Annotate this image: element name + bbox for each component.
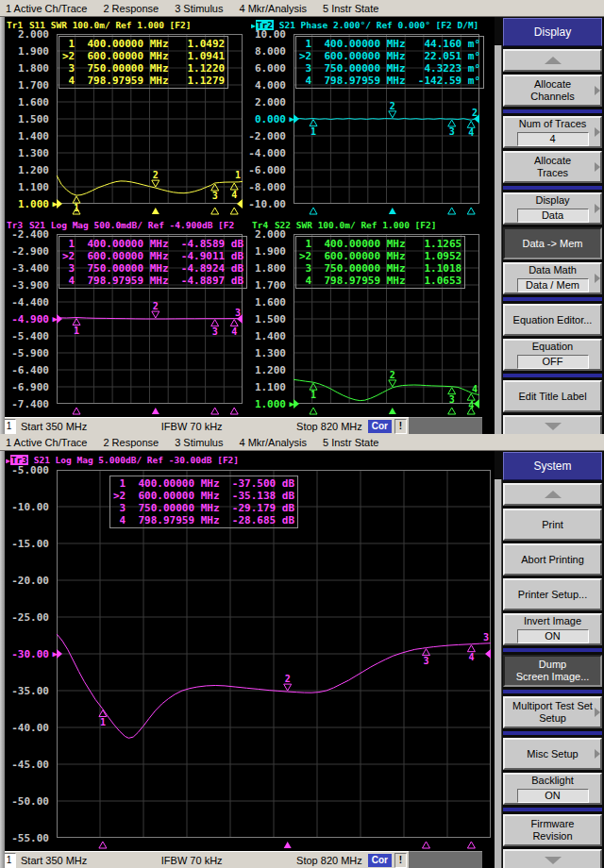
svg-text:1: 1 <box>310 126 316 137</box>
marker-row-3: 3 750.00000 MHz 1.1018 <box>299 262 461 275</box>
softkey-firmware-revision[interactable]: FirmwareRevision <box>503 814 602 846</box>
y-tick-label: 1.000▶ <box>243 398 294 410</box>
svg-text:4: 4 <box>472 384 478 394</box>
y-tick-label: -6.000 <box>243 164 294 176</box>
menu-item-4-mkr-analysis[interactable]: 4 Mkr/Analysis <box>239 437 307 448</box>
softkey-label: Equation Editor... <box>513 314 593 326</box>
softkey-data-math[interactable]: Data MathData / Mem <box>503 262 602 294</box>
softkey-scroll-up-button[interactable] <box>503 49 602 72</box>
menu-bar: 1 Active Ch/Trace2 Response3 Stimulus4 M… <box>0 434 604 451</box>
svg-text:3: 3 <box>235 308 241 318</box>
y-tick-label: -25.00 <box>6 611 57 624</box>
marker-table: 1 400.00000 MHz -4.8589 dB>2 600.00000 M… <box>59 236 247 289</box>
y-tick-label: -5.400 <box>6 330 57 342</box>
marker-row-4: 4 798.97959 MHz -142.59 m° <box>299 75 480 87</box>
softkey-misc-setup[interactable]: Misc Setup <box>503 738 602 770</box>
marker-row-1: 1 400.00000 MHz 1.0492 <box>62 38 225 50</box>
marker-row-2: >2 600.00000 MHz -4.9011 dB <box>62 250 243 262</box>
softkey-scroll-up-button[interactable] <box>503 483 602 506</box>
marker-table: 1 400.00000 MHz 1.0492>2 600.00000 MHz 1… <box>59 36 228 89</box>
menu-item-3-stimulus[interactable]: 3 Stimulus <box>175 437 223 448</box>
svg-text:4: 4 <box>231 190 237 200</box>
softkey-display[interactable]: DisplayData <box>503 192 602 225</box>
screen-bezel <box>0 451 5 868</box>
menu-item-3-stimulus[interactable]: 3 Stimulus <box>175 3 223 14</box>
menu-item-1-active-ch-trace[interactable]: 1 Active Ch/Trace <box>6 3 87 14</box>
svg-text:3: 3 <box>483 632 489 643</box>
softkey-equation[interactable]: EquationOFF <box>503 339 602 371</box>
softkey-equation-editor[interactable]: Equation Editor... <box>503 304 602 336</box>
top-body: Tr1 S11 SWR 100.0m/ Ref 1.000 [F2] ▶Tr2 … <box>0 17 604 434</box>
menu-item-2-response[interactable]: 2 Response <box>103 3 159 14</box>
menu-item-1-active-ch-trace[interactable]: 1 Active Ch/Trace <box>6 437 87 448</box>
correction-status-badge: Cor <box>368 854 392 867</box>
softkey-edit-title-label[interactable]: Edit Title Label <box>503 380 602 412</box>
softkey-value-data-mem: Data / Mem <box>517 278 589 292</box>
y-tick-label: -50.00 <box>6 795 57 808</box>
status-bar: 1Start 350 MHzIFBW 70 kHzStop 820 MHzCor… <box>0 851 409 868</box>
svg-text:3: 3 <box>423 656 428 666</box>
softkey-label: Firmware <box>531 818 575 830</box>
softkey-num-of-traces[interactable]: Num of Traces4 <box>503 116 602 148</box>
trace-title-text: S21 Phase 2.000°/ Ref 0.000° [F2 D/M] <box>274 20 478 30</box>
y-tick-label: -2.400 <box>6 228 57 241</box>
softkey-dump-screen-image[interactable]: DumpScreen Image... <box>503 655 602 687</box>
softkey-value-on: ON <box>517 789 589 803</box>
y-tick-label: 2.000 <box>243 96 294 108</box>
svg-text:1: 1 <box>235 170 241 180</box>
softkey-print[interactable]: Print <box>503 509 602 541</box>
svg-text:3: 3 <box>449 394 455 405</box>
softkey-data-mem[interactable]: Data -> Mem <box>503 227 602 259</box>
marker-row-1: 1 400.00000 MHz 1.1265 <box>299 238 461 250</box>
start-frequency-label: Start 350 MHz <box>21 421 87 432</box>
menu-item-2-response[interactable]: 2 Response <box>103 437 159 448</box>
softkey-label: Display <box>535 194 569 207</box>
softkey-label: Allocate <box>534 155 571 167</box>
lcd-screen-top: Tr1 S11 SWR 100.0m/ Ref 1.000 [F2] ▶Tr2 … <box>0 17 495 434</box>
y-tick-label: 1.300 <box>243 347 294 359</box>
softkey-multiport-test-set-setup[interactable]: Multiport Test SetSetup <box>503 696 602 728</box>
y-tick-label: 1.400 <box>243 330 294 342</box>
chart-grid: Tr1 S11 SWR 100.0m/ Ref 1.000 [F2] ▶Tr2 … <box>0 17 495 417</box>
chart-big-logmag: -5.000-10.00-15.00-20.00-25.00-30.00▶-35… <box>6 468 491 851</box>
softkey-scroll-down-button[interactable] <box>503 849 602 868</box>
y-tick-label: -10.00 <box>6 501 57 513</box>
softkey-abort-printing[interactable]: Abort Printing <box>503 543 602 576</box>
y-tick-label: 6.000 <box>243 62 294 75</box>
y-axis-ticks: 10.008.0006.0004.0002.0000.000▶-2.000-4.… <box>243 32 294 217</box>
y-tick-label: -30.00▶ <box>6 648 57 660</box>
softkey-allocate-channels[interactable]: AllocateChannels <box>503 75 602 107</box>
y-tick-label: 1.700 <box>6 79 57 92</box>
menu-item-4-mkr-analysis[interactable]: 4 Mkr/Analysis <box>239 3 307 14</box>
softkey-backlight[interactable]: BacklightON <box>503 773 602 805</box>
marker-row-4: 4 798.97959 MHz -28.685 dB <box>113 514 294 526</box>
svg-text:1: 1 <box>100 717 106 727</box>
softkey-allocate-traces[interactable]: AllocateTraces <box>503 151 602 183</box>
y-tick-label: 10.00 <box>243 28 294 41</box>
y-tick-label: 1.500 <box>243 313 294 326</box>
bottom-screenshot: 1 Active Ch/Trace2 Response3 Stimulus4 M… <box>0 434 604 868</box>
y-tick-label: 8.000 <box>243 45 294 58</box>
y-tick-label: -2.900 <box>6 245 57 258</box>
svg-text:3: 3 <box>212 326 218 337</box>
softkey-invert-image[interactable]: Invert ImageON <box>503 613 602 645</box>
softkey-printer-setup[interactable]: Printer Setup... <box>503 578 602 610</box>
marker-row-3: 3 750.00000 MHz -4.8924 dB <box>62 262 243 275</box>
y-tick-label: 2.000 <box>243 228 294 241</box>
y-axis-ticks: 2.0001.9001.8001.7001.6001.5001.4001.300… <box>6 32 57 217</box>
chart-single: ▶Tr3 S21 Log Mag 5.000dB/ Ref -30.00dB [… <box>0 451 495 851</box>
softkey-label: Equation <box>532 341 573 353</box>
softkey-scroll-down-button[interactable] <box>503 415 602 434</box>
menu-item-5-instr-state[interactable]: 5 Instr State <box>323 437 378 448</box>
top-screenshot: 1 Active Ch/Trace2 Response3 Stimulus4 M… <box>0 0 604 434</box>
chart-tr2-phase: 10.008.0006.0004.0002.0000.000▶-2.000-4.… <box>243 32 479 217</box>
y-tick-label: -10.00 <box>243 198 294 210</box>
menu-item-5-instr-state[interactable]: 5 Instr State <box>323 3 378 14</box>
y-tick-label: 1.500 <box>6 113 57 125</box>
y-tick-label: -3.900 <box>6 279 57 292</box>
svg-text:3: 3 <box>449 126 455 137</box>
softkey-menu-system: SystemPrintAbort PrintingPrinter Setup..… <box>495 451 604 868</box>
lcd-screen-bottom: ▶Tr3 S21 Log Mag 5.000dB/ Ref -30.00dB [… <box>0 451 495 868</box>
softkey-menu-display: DisplayAllocateChannelsNum of Traces4All… <box>495 17 604 434</box>
trace-header-big: ▶Tr3 S21 Log Mag 5.000dB/ Ref -30.00dB [… <box>6 451 495 468</box>
